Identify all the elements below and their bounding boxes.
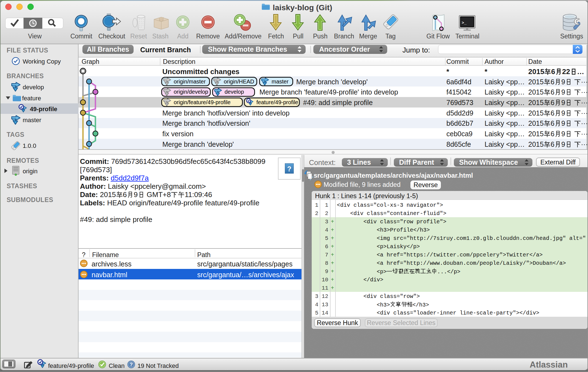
svg-text:>_: >_ — [462, 21, 467, 25]
svg-text:?: ? — [130, 361, 133, 367]
